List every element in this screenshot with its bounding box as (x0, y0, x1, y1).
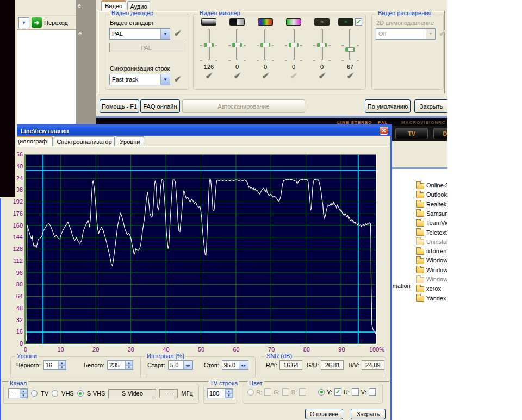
slider-thumb[interactable] (345, 47, 355, 52)
radio-tv[interactable] (31, 390, 38, 397)
folder-item[interactable]: uTorren (416, 247, 446, 255)
folder-name: Uninstal (426, 239, 447, 245)
u-checkbox[interactable] (352, 388, 359, 396)
slider-tick (228, 30, 231, 30)
skin-dv-button[interactable]: DV (433, 128, 447, 139)
radio-svhs-label[interactable]: S-VHS (87, 390, 105, 397)
slider-tick (285, 30, 287, 30)
folder-item[interactable]: Window (416, 266, 447, 274)
go-button-label[interactable]: Переход (44, 20, 68, 26)
y-checkbox[interactable]: ✓ (334, 388, 341, 396)
folder-item[interactable]: Yandex (416, 294, 446, 303)
spin-arrows-icon[interactable]: ▲▼ (58, 361, 66, 369)
stop-spinner[interactable]: 95.0 ◂▸ (222, 360, 248, 370)
apply-check-icon[interactable]: ✔ (174, 75, 181, 83)
apply-check-icon[interactable]: ✔ (234, 72, 241, 80)
tab-levels[interactable]: Уровни (116, 136, 144, 146)
video-standard-select[interactable]: PAL ▼ (109, 28, 170, 40)
channel-preset-spinner[interactable]: -- ▲▼ (8, 388, 28, 398)
group-tv-line: TV строка 180 ▲▼ (203, 384, 237, 404)
browser-window: ▼ ➜ Переход (17, 0, 76, 124)
slider-thumb[interactable] (204, 43, 214, 47)
chevron-down-icon[interactable]: ▼ (160, 29, 170, 39)
apply-check-icon[interactable]: ✔ (347, 72, 354, 80)
mixer-slider[interactable] (283, 28, 304, 62)
mixer-slider[interactable] (311, 28, 333, 62)
apply-check-icon[interactable]: ✔ (290, 72, 297, 80)
group-title: Канал (8, 380, 28, 386)
close-icon[interactable]: ✕ (380, 127, 388, 135)
chevron-down-icon[interactable]: ▼ (18, 17, 29, 28)
mixer-channel: 0✔ (281, 18, 307, 88)
skin-tv-button[interactable]: TV (395, 128, 428, 139)
slider-tick (357, 60, 359, 61)
apply-check-icon[interactable]: ✔ (174, 29, 181, 37)
black-level-spinner[interactable]: 16 ▲▼ (44, 360, 66, 370)
apply-check-icon[interactable]: ✔ (206, 72, 213, 80)
v-checkbox[interactable] (369, 388, 376, 396)
slider-tick (200, 45, 202, 46)
folder-item[interactable]: Window (416, 256, 447, 265)
about-plugin-button[interactable]: О плагине (305, 409, 343, 419)
folder-item[interactable]: Samsun (416, 209, 447, 218)
u-label: U: (344, 389, 350, 396)
start-label: Старт: (147, 362, 165, 368)
x-axis-tick-label: 90 (338, 346, 345, 353)
sync-select[interactable]: Fast track ▼ (109, 74, 170, 85)
spin-arrows-icon[interactable]: ▲▼ (20, 389, 27, 398)
faq-button[interactable]: FAQ онлайн (140, 99, 180, 113)
slider-thumb[interactable] (317, 43, 327, 47)
hue-icon (286, 18, 301, 26)
mixer-slider[interactable] (254, 28, 276, 62)
title-bar[interactable]: LineView плагин (1, 126, 390, 136)
slider-tick (313, 30, 315, 30)
spin-leftright-icon[interactable]: ◂▸ (183, 361, 192, 369)
mixer-slider[interactable] (198, 28, 220, 62)
apply-check-icon[interactable]: ✔ (262, 72, 269, 80)
radio-rgb[interactable] (247, 389, 254, 396)
apply-check-icon[interactable]: ✔ (319, 72, 326, 80)
go-arrow-icon[interactable]: ➜ (32, 17, 42, 28)
folder-item[interactable]: Online S (416, 181, 447, 190)
start-spinner[interactable]: 5.0 ◂▸ (168, 360, 193, 370)
white-level-spinner[interactable]: 235 ▲▼ (107, 360, 133, 370)
radio-yuv[interactable] (318, 389, 325, 396)
folder-item[interactable]: Teletext (416, 228, 447, 237)
folder-item[interactable]: Realtek (416, 200, 446, 209)
snr-ry-value: 16.64 (279, 360, 302, 370)
tab-spectrum-analyzer[interactable]: Спектроанализатор (54, 136, 115, 146)
folder-name: Samsun (426, 210, 447, 217)
y-axis-tick-label: 96 (2, 269, 23, 276)
radio-tv-label[interactable]: TV (41, 390, 48, 397)
folder-item[interactable]: Window (416, 275, 447, 284)
mixer-enable-checkbox[interactable]: ✓ (355, 18, 362, 26)
b-checkbox (299, 388, 306, 396)
spin-arrows-icon[interactable]: ▲▼ (225, 389, 233, 398)
spin-leftright-icon[interactable]: ◂▸ (239, 361, 248, 369)
tv-line-spinner[interactable]: 180 ▲▼ (207, 388, 233, 398)
help-button[interactable]: Помощь - F1 (100, 99, 139, 113)
folder-item[interactable]: TeamVie (416, 218, 447, 227)
x-axis-tick-label: 100% (369, 346, 384, 353)
x-axis-tick-label: 40 (163, 346, 169, 353)
close-plugin-button[interactable]: Закрыть (351, 409, 386, 419)
folder-item[interactable]: Uninstal (416, 237, 447, 246)
chevron-down-icon[interactable]: ▼ (160, 74, 170, 85)
radio-vhs[interactable] (52, 390, 58, 397)
mixer-value: 0 (264, 64, 267, 70)
noise-reduction-select[interactable]: Off ▼ (376, 28, 436, 40)
slider-thumb[interactable] (260, 43, 270, 47)
mixer-slider[interactable] (226, 28, 248, 62)
radio-vhs-label[interactable]: VHS (61, 390, 74, 397)
folder-item[interactable]: Outlook (416, 190, 447, 199)
radio-svhs[interactable] (77, 390, 84, 397)
browser-toolbar: ▼ ➜ Переход (17, 15, 76, 30)
defaults-button[interactable]: По умолчанию (365, 99, 411, 113)
tv-settings-dialog: Видео Аудио Видео декодер Видео стандарт… (96, 0, 447, 116)
mixer-slider[interactable] (339, 28, 361, 62)
folder-item[interactable]: xerox (416, 284, 441, 293)
slider-thumb[interactable] (232, 43, 242, 47)
close-button[interactable]: Закрыть (414, 99, 447, 113)
slider-thumb[interactable] (289, 43, 299, 47)
spin-arrows-icon[interactable]: ▲▼ (125, 361, 133, 369)
